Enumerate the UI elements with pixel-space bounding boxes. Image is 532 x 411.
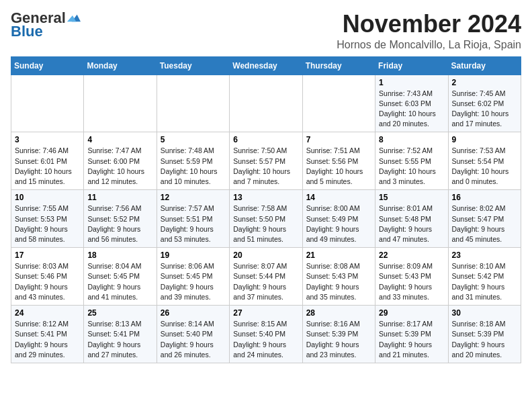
- day-info: Sunrise: 7:45 AM Sunset: 6:02 PM Dayligh…: [452, 89, 517, 130]
- day-number: 3: [15, 135, 80, 144]
- day-info: Sunrise: 8:02 AM Sunset: 5:47 PM Dayligh…: [452, 203, 517, 244]
- calendar-cell: 4Sunrise: 7:47 AM Sunset: 6:00 PM Daylig…: [84, 132, 157, 190]
- calendar-cell: 6Sunrise: 7:50 AM Sunset: 5:57 PM Daylig…: [230, 132, 302, 190]
- day-number: 18: [87, 250, 152, 260]
- day-info: Sunrise: 7:56 AM Sunset: 5:52 PM Dayligh…: [87, 203, 152, 244]
- calendar-cell: 21Sunrise: 8:08 AM Sunset: 5:43 PM Dayli…: [302, 248, 375, 306]
- calendar-cell: 20Sunrise: 8:07 AM Sunset: 5:44 PM Dayli…: [230, 248, 302, 306]
- calendar-cell: 5Sunrise: 7:48 AM Sunset: 5:59 PM Daylig…: [157, 132, 229, 190]
- day-number: 4: [87, 135, 152, 144]
- day-info: Sunrise: 8:13 AM Sunset: 5:41 PM Dayligh…: [87, 319, 152, 360]
- day-info: Sunrise: 8:00 AM Sunset: 5:49 PM Dayligh…: [306, 203, 371, 244]
- day-number: 29: [379, 308, 444, 318]
- calendar-cell: 8Sunrise: 7:52 AM Sunset: 5:55 PM Daylig…: [375, 132, 448, 190]
- day-info: Sunrise: 8:15 AM Sunset: 5:40 PM Dayligh…: [233, 319, 298, 360]
- calendar-cell: 27Sunrise: 8:15 AM Sunset: 5:40 PM Dayli…: [230, 306, 302, 363]
- day-number: 25: [87, 308, 152, 318]
- day-info: Sunrise: 8:04 AM Sunset: 5:45 PM Dayligh…: [87, 261, 152, 302]
- col-header-thursday: Thursday: [302, 56, 375, 75]
- calendar-week-row: 24Sunrise: 8:12 AM Sunset: 5:41 PM Dayli…: [11, 306, 521, 363]
- day-number: 13: [233, 193, 298, 202]
- calendar-week-row: 17Sunrise: 8:03 AM Sunset: 5:46 PM Dayli…: [11, 248, 521, 306]
- calendar-cell: 30Sunrise: 8:18 AM Sunset: 5:39 PM Dayli…: [448, 306, 521, 363]
- day-info: Sunrise: 7:51 AM Sunset: 5:56 PM Dayligh…: [306, 146, 371, 187]
- col-header-friday: Friday: [375, 56, 448, 75]
- calendar-cell: 28Sunrise: 8:16 AM Sunset: 5:39 PM Dayli…: [302, 306, 375, 363]
- day-info: Sunrise: 8:08 AM Sunset: 5:43 PM Dayligh…: [306, 261, 371, 302]
- calendar-header-row: SundayMondayTuesdayWednesdayThursdayFrid…: [11, 56, 521, 75]
- calendar-cell: [302, 75, 375, 132]
- day-info: Sunrise: 8:17 AM Sunset: 5:39 PM Dayligh…: [379, 319, 444, 360]
- calendar-week-row: 3Sunrise: 7:46 AM Sunset: 6:01 PM Daylig…: [11, 132, 521, 190]
- calendar-cell: 3Sunrise: 7:46 AM Sunset: 6:01 PM Daylig…: [11, 132, 84, 190]
- calendar-cell: 9Sunrise: 7:53 AM Sunset: 5:54 PM Daylig…: [448, 132, 521, 190]
- calendar-cell: 23Sunrise: 8:10 AM Sunset: 5:42 PM Dayli…: [448, 248, 521, 306]
- calendar-cell: [84, 75, 157, 132]
- day-number: 12: [161, 193, 226, 202]
- day-number: 28: [306, 308, 371, 318]
- calendar-cell: 17Sunrise: 8:03 AM Sunset: 5:46 PM Dayli…: [11, 248, 84, 306]
- calendar-cell: 22Sunrise: 8:09 AM Sunset: 5:43 PM Dayli…: [375, 248, 448, 306]
- calendar-table: SundayMondayTuesdayWednesdayThursdayFrid…: [11, 56, 521, 363]
- calendar-cell: 24Sunrise: 8:12 AM Sunset: 5:41 PM Dayli…: [11, 306, 84, 363]
- calendar-cell: 19Sunrise: 8:06 AM Sunset: 5:45 PM Dayli…: [157, 248, 229, 306]
- day-number: 10: [15, 193, 80, 202]
- day-number: 26: [161, 308, 226, 318]
- day-number: 5: [161, 135, 226, 144]
- day-info: Sunrise: 7:47 AM Sunset: 6:00 PM Dayligh…: [87, 146, 152, 187]
- day-number: 27: [233, 308, 298, 318]
- day-number: 30: [452, 308, 517, 318]
- logo: General Blue: [11, 11, 81, 40]
- calendar-cell: [157, 75, 229, 132]
- calendar-cell: 11Sunrise: 7:56 AM Sunset: 5:52 PM Dayli…: [84, 190, 157, 248]
- calendar-cell: [11, 75, 84, 132]
- calendar-cell: 7Sunrise: 7:51 AM Sunset: 5:56 PM Daylig…: [302, 132, 375, 190]
- day-number: 14: [306, 193, 371, 202]
- calendar-cell: 2Sunrise: 7:45 AM Sunset: 6:02 PM Daylig…: [448, 75, 521, 132]
- calendar-cell: 15Sunrise: 8:01 AM Sunset: 5:48 PM Dayli…: [375, 190, 448, 248]
- day-number: 9: [452, 135, 517, 144]
- col-header-sunday: Sunday: [11, 56, 84, 75]
- col-header-wednesday: Wednesday: [230, 56, 302, 75]
- day-info: Sunrise: 8:10 AM Sunset: 5:42 PM Dayligh…: [452, 261, 517, 302]
- day-info: Sunrise: 7:55 AM Sunset: 5:53 PM Dayligh…: [15, 203, 80, 244]
- day-info: Sunrise: 7:57 AM Sunset: 5:51 PM Dayligh…: [161, 203, 226, 244]
- day-number: 22: [379, 250, 444, 260]
- day-info: Sunrise: 7:43 AM Sunset: 6:03 PM Dayligh…: [379, 89, 444, 130]
- calendar-cell: 16Sunrise: 8:02 AM Sunset: 5:47 PM Dayli…: [448, 190, 521, 248]
- day-number: 21: [306, 250, 371, 260]
- day-number: 7: [306, 135, 371, 144]
- calendar-cell: 25Sunrise: 8:13 AM Sunset: 5:41 PM Dayli…: [84, 306, 157, 363]
- location-text: Hornos de Moncalvillo, La Rioja, Spain: [337, 39, 521, 51]
- day-number: 6: [233, 135, 298, 144]
- calendar-cell: 18Sunrise: 8:04 AM Sunset: 5:45 PM Dayli…: [84, 248, 157, 306]
- day-number: 11: [87, 193, 152, 202]
- day-number: 15: [379, 193, 444, 202]
- day-info: Sunrise: 7:48 AM Sunset: 5:59 PM Dayligh…: [161, 146, 226, 187]
- col-header-saturday: Saturday: [448, 56, 521, 75]
- day-number: 8: [379, 135, 444, 144]
- title-block: November 2024 Hornos de Moncalvillo, La …: [337, 11, 521, 51]
- day-info: Sunrise: 8:18 AM Sunset: 5:39 PM Dayligh…: [452, 319, 517, 360]
- month-title: November 2024: [337, 11, 521, 38]
- day-number: 1: [379, 78, 444, 87]
- calendar-cell: 26Sunrise: 8:14 AM Sunset: 5:40 PM Dayli…: [157, 306, 229, 363]
- day-info: Sunrise: 8:01 AM Sunset: 5:48 PM Dayligh…: [379, 203, 444, 244]
- day-info: Sunrise: 7:46 AM Sunset: 6:01 PM Dayligh…: [15, 146, 80, 187]
- calendar-cell: 10Sunrise: 7:55 AM Sunset: 5:53 PM Dayli…: [11, 190, 84, 248]
- col-header-tuesday: Tuesday: [157, 56, 229, 75]
- calendar-cell: [230, 75, 302, 132]
- calendar-cell: 1Sunrise: 7:43 AM Sunset: 6:03 PM Daylig…: [375, 75, 448, 132]
- day-number: 19: [161, 250, 226, 260]
- day-info: Sunrise: 8:07 AM Sunset: 5:44 PM Dayligh…: [233, 261, 298, 302]
- day-info: Sunrise: 7:52 AM Sunset: 5:55 PM Dayligh…: [379, 146, 444, 187]
- calendar-cell: 29Sunrise: 8:17 AM Sunset: 5:39 PM Dayli…: [375, 306, 448, 363]
- day-info: Sunrise: 8:16 AM Sunset: 5:39 PM Dayligh…: [306, 319, 371, 360]
- day-number: 16: [452, 193, 517, 202]
- day-number: 20: [233, 250, 298, 260]
- day-info: Sunrise: 8:06 AM Sunset: 5:45 PM Dayligh…: [161, 261, 226, 302]
- day-info: Sunrise: 8:09 AM Sunset: 5:43 PM Dayligh…: [379, 261, 444, 302]
- calendar-week-row: 10Sunrise: 7:55 AM Sunset: 5:53 PM Dayli…: [11, 190, 521, 248]
- calendar-cell: 14Sunrise: 8:00 AM Sunset: 5:49 PM Dayli…: [302, 190, 375, 248]
- page-header: General Blue November 2024 Hornos de Mon…: [11, 11, 521, 51]
